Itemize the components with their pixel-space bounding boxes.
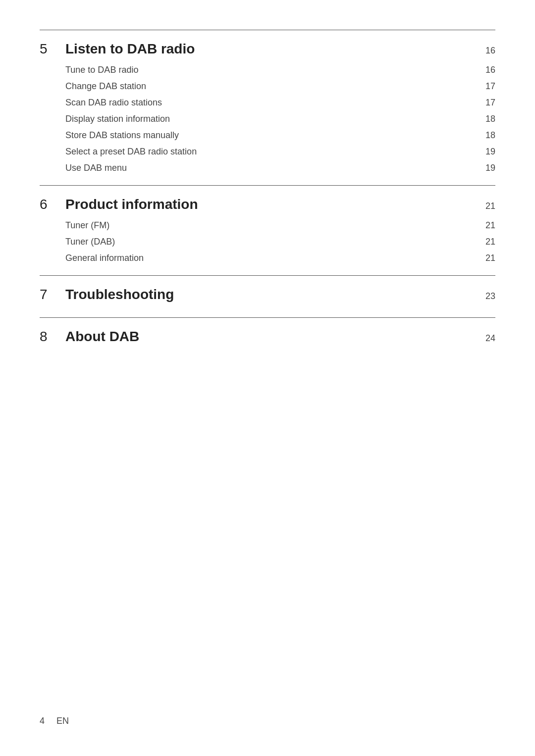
toc-item-page: 21	[485, 237, 495, 247]
toc-item-row: Display station information18	[40, 111, 495, 127]
section-header-5: 5Listen to DAB radio16	[40, 30, 495, 62]
toc-item-label: Use DAB menu	[65, 163, 127, 173]
section-header-8: 8About DAB24	[40, 318, 495, 350]
toc-item-page: 18	[485, 114, 495, 124]
footer-language: EN	[56, 716, 69, 726]
toc-item-row: Change DAB station17	[40, 78, 495, 95]
section-header-left: 7Troubleshooting	[40, 287, 174, 302]
section-header-left: 6Product information	[40, 197, 198, 212]
footer-page-number: 4	[40, 716, 45, 726]
toc-item-page: 18	[485, 130, 495, 141]
toc-item-page: 21	[485, 253, 495, 263]
toc-item-label: Tuner (DAB)	[65, 237, 115, 247]
toc-item-row: Tuner (DAB)21	[40, 234, 495, 250]
toc-item-page: 16	[485, 65, 495, 75]
toc-item-row: Scan DAB radio stations17	[40, 95, 495, 111]
toc-item-label: Change DAB station	[65, 81, 146, 92]
toc-item-label: Tune to DAB radio	[65, 65, 138, 75]
section-header-left: 8About DAB	[40, 329, 139, 345]
toc-items-section-5: Tune to DAB radio16Change DAB station17S…	[40, 62, 495, 185]
toc-item-page: 17	[485, 98, 495, 108]
toc-item-row: Tune to DAB radio16	[40, 62, 495, 78]
toc-item-row: Store DAB stations manually18	[40, 127, 495, 144]
toc-item-label: General information	[65, 253, 144, 263]
section-number: 8	[40, 329, 54, 345]
section-number: 5	[40, 41, 54, 57]
toc-item-label: Tuner (FM)	[65, 220, 109, 231]
toc-item-label: Select a preset DAB radio station	[65, 147, 197, 157]
section-page-number: 16	[485, 46, 495, 56]
toc-item-page: 19	[485, 147, 495, 157]
toc-item-row: Tuner (FM)21	[40, 217, 495, 234]
section-page-number: 23	[485, 291, 495, 302]
section-title: About DAB	[65, 329, 139, 345]
toc-item-page: 17	[485, 81, 495, 92]
section-page-number: 21	[485, 201, 495, 211]
section-header-7: 7Troubleshooting23	[40, 276, 495, 307]
table-of-contents: 5Listen to DAB radio16Tune to DAB radio1…	[40, 30, 495, 359]
toc-item-row: Select a preset DAB radio station19	[40, 144, 495, 160]
footer: 4 EN	[40, 716, 495, 726]
toc-item-label: Store DAB stations manually	[65, 130, 179, 141]
section-title: Listen to DAB radio	[65, 41, 195, 57]
toc-item-row: General information21	[40, 250, 495, 266]
section-number: 7	[40, 287, 54, 302]
section-header-left: 5Listen to DAB radio	[40, 41, 195, 57]
section-number: 6	[40, 197, 54, 212]
section-title: Product information	[65, 197, 198, 212]
toc-item-page: 21	[485, 220, 495, 231]
section-header-6: 6Product information21	[40, 186, 495, 217]
toc-item-row: Use DAB menu19	[40, 160, 495, 176]
toc-item-label: Display station information	[65, 114, 170, 124]
toc-items-section-6: Tuner (FM)21Tuner (DAB)21General informa…	[40, 217, 495, 275]
toc-item-label: Scan DAB radio stations	[65, 98, 162, 108]
section-title: Troubleshooting	[65, 287, 174, 302]
toc-item-page: 19	[485, 163, 495, 173]
section-page-number: 24	[485, 333, 495, 344]
